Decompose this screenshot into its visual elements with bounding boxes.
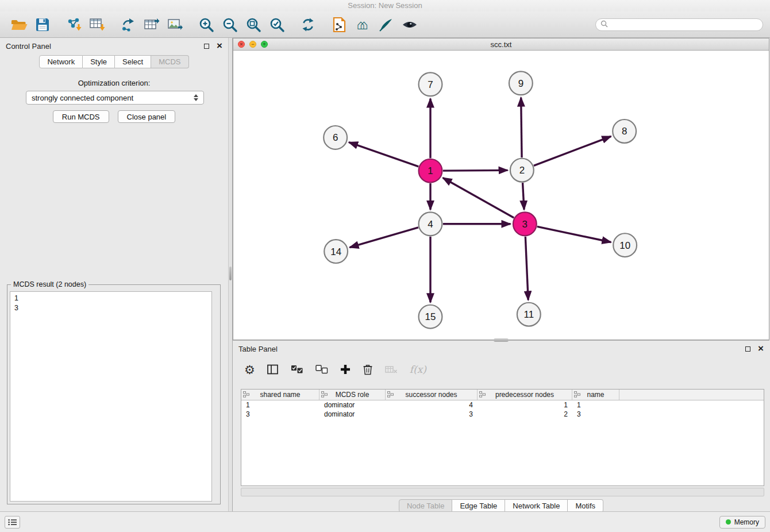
show-details-eye-icon[interactable] (398, 13, 421, 36)
graph-edge-1-2[interactable] (443, 170, 508, 171)
column-header-name[interactable]: name (572, 390, 619, 400)
graph-edge-2-8[interactable] (534, 136, 611, 165)
mcds-result-item: 1 (14, 294, 207, 303)
show-columns-icon[interactable] (267, 362, 279, 377)
table-body: 1dominator4113dominator323 (241, 400, 764, 419)
run-mcds-button[interactable]: Run MCDS (53, 110, 109, 123)
export-network-icon[interactable] (116, 13, 140, 36)
svg-text:1: 1 (428, 165, 433, 176)
delete-icon[interactable] (363, 362, 373, 377)
memory-status-dot-icon (726, 519, 731, 525)
vertical-splitter[interactable] (228, 38, 233, 511)
table-cell: 1 (241, 400, 319, 410)
zoom-out-icon[interactable] (218, 13, 241, 36)
table-row[interactable]: 1dominator411 (241, 400, 764, 410)
minimize-window-icon[interactable]: − (249, 41, 256, 48)
column-sort-icon (387, 391, 394, 398)
tab-node-table[interactable]: Node Table (399, 499, 453, 512)
gear-icon[interactable]: ⚙ (244, 362, 255, 377)
tab-select[interactable]: Select (115, 55, 151, 68)
graph-node-6[interactable]: 6 (324, 126, 347, 149)
graph-edge-3-11[interactable] (525, 237, 528, 300)
table-cell: 4 (386, 400, 478, 410)
optimization-criterion-select[interactable]: strongly connected component (26, 91, 204, 105)
graph-edge-2-3[interactable] (523, 183, 524, 210)
graph-node-3[interactable]: 3 (513, 212, 537, 236)
table-panel-tabs: Node TableEdge TableNetwork TableMotifs (233, 499, 769, 512)
graph-edge-2-9[interactable] (521, 98, 522, 158)
graph-node-9[interactable]: 9 (509, 71, 533, 95)
search-input[interactable] (611, 21, 758, 29)
optimization-criterion-label: Optimization criterion: (0, 79, 228, 87)
svg-text:11: 11 (524, 309, 534, 320)
toolbar-search[interactable] (595, 18, 763, 31)
apply-style-icon[interactable] (374, 13, 398, 36)
close-panel-button[interactable]: Close panel (118, 110, 176, 123)
graph-node-15[interactable]: 15 (419, 305, 442, 329)
graph-node-10[interactable]: 10 (613, 233, 637, 257)
show-panels-list-icon[interactable] (5, 516, 20, 529)
column-header-label: name (587, 391, 604, 399)
network-canvas[interactable]: 7968124314101511 (233, 51, 769, 340)
mcds-result-list[interactable]: 13 (10, 291, 212, 502)
refresh-view-icon[interactable] (296, 13, 319, 36)
graph-node-2[interactable]: 2 (510, 159, 534, 182)
svg-text:8: 8 (622, 126, 627, 137)
tab-mcds[interactable]: MCDS (151, 55, 188, 68)
column-header-successor-nodes[interactable]: successor nodes (386, 390, 478, 400)
graph-edge-4-14[interactable] (350, 228, 418, 248)
graph-edge-1-6[interactable] (349, 142, 418, 167)
memory-button[interactable]: Memory (719, 516, 765, 529)
first-neighbors-icon[interactable] (327, 13, 351, 36)
select-all-icon[interactable] (291, 362, 303, 377)
graph-node-4[interactable]: 4 (419, 212, 442, 236)
column-header-shared-name[interactable]: shared name (241, 390, 319, 400)
import-network-file-icon[interactable] (61, 13, 85, 36)
tab-network[interactable]: Network (39, 55, 83, 68)
tab-network-table[interactable]: Network Table (505, 499, 568, 512)
export-image-icon[interactable] (163, 13, 187, 36)
graph-edge-3-1[interactable] (443, 178, 514, 218)
mcds-result-title: MCDS result (2 nodes) (11, 280, 88, 288)
graph-edge-3-10[interactable] (537, 226, 611, 242)
column-header-predecessor-nodes[interactable]: predecessor nodes (478, 390, 572, 400)
search-icon (600, 20, 608, 30)
close-panel-icon[interactable]: × (217, 42, 222, 50)
zoom-window-icon[interactable]: + (261, 41, 268, 48)
graph-node-7[interactable]: 7 (419, 72, 442, 96)
window-title: Session: New Session (0, 0, 770, 11)
application-window: Session: New Session (0, 0, 770, 532)
zoom-fit-icon[interactable] (241, 13, 265, 36)
float-table-panel-icon[interactable] (745, 346, 750, 352)
import-table-file-icon[interactable] (85, 13, 109, 36)
tab-edge-table[interactable]: Edge Table (452, 499, 505, 512)
graph-node-1[interactable]: 1 (419, 159, 442, 183)
tab-motifs[interactable]: Motifs (568, 499, 603, 512)
table-row[interactable]: 3dominator323 (241, 410, 764, 419)
zoom-selected-icon[interactable] (265, 13, 288, 36)
add-column-icon[interactable] (340, 362, 351, 377)
export-table-icon[interactable] (140, 13, 163, 36)
zoom-in-icon[interactable] (194, 13, 218, 36)
splitter-grip-icon[interactable] (229, 267, 232, 280)
float-panel-icon[interactable] (204, 44, 209, 49)
graph-node-11[interactable]: 11 (517, 303, 541, 326)
close-window-icon[interactable]: × (238, 41, 245, 48)
memory-button-label: Memory (734, 518, 759, 526)
open-session-icon[interactable] (7, 13, 30, 36)
save-session-icon[interactable] (30, 13, 54, 36)
main-toolbar: ⌂⌂ (0, 11, 770, 38)
table-header-row: shared nameMCDS rolesuccessor nodesprede… (241, 390, 764, 400)
column-header-MCDS-role[interactable]: MCDS role (319, 390, 386, 400)
home-layout-icon[interactable]: ⌂⌂ (351, 13, 374, 36)
graph-node-14[interactable]: 14 (324, 240, 348, 263)
table-horizontal-scrollbar[interactable] (241, 488, 764, 496)
svg-text:7: 7 (428, 79, 433, 90)
horizontal-splitter-grip-icon[interactable] (494, 338, 509, 342)
graph-node-8[interactable]: 8 (613, 119, 636, 143)
close-table-panel-icon[interactable]: × (758, 345, 764, 353)
optimization-criterion-value: strongly connected component (32, 94, 133, 102)
table-cell: 2 (478, 410, 572, 419)
tab-style[interactable]: Style (83, 55, 115, 68)
deselect-all-icon[interactable] (315, 362, 328, 377)
